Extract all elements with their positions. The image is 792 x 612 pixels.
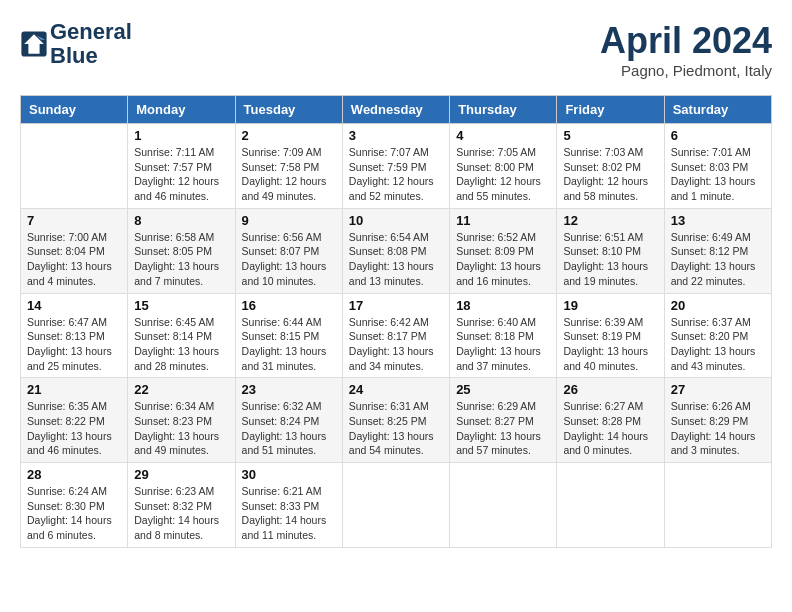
calendar-week-row: 28Sunrise: 6:24 AMSunset: 8:30 PMDayligh…: [21, 463, 772, 548]
day-info: Sunrise: 6:47 AMSunset: 8:13 PMDaylight:…: [27, 315, 121, 374]
day-number: 6: [671, 128, 765, 143]
calendar-day-cell: 20Sunrise: 6:37 AMSunset: 8:20 PMDayligh…: [664, 293, 771, 378]
calendar-day-cell: 25Sunrise: 6:29 AMSunset: 8:27 PMDayligh…: [450, 378, 557, 463]
calendar-day-cell: 14Sunrise: 6:47 AMSunset: 8:13 PMDayligh…: [21, 293, 128, 378]
day-number: 2: [242, 128, 336, 143]
day-info: Sunrise: 6:27 AMSunset: 8:28 PMDaylight:…: [563, 399, 657, 458]
day-info: Sunrise: 6:24 AMSunset: 8:30 PMDaylight:…: [27, 484, 121, 543]
day-info: Sunrise: 7:07 AMSunset: 7:59 PMDaylight:…: [349, 145, 443, 204]
day-info: Sunrise: 6:21 AMSunset: 8:33 PMDaylight:…: [242, 484, 336, 543]
calendar-day-cell: 18Sunrise: 6:40 AMSunset: 8:18 PMDayligh…: [450, 293, 557, 378]
calendar-day-cell: [557, 463, 664, 548]
day-info: Sunrise: 7:00 AMSunset: 8:04 PMDaylight:…: [27, 230, 121, 289]
day-number: 27: [671, 382, 765, 397]
calendar-day-cell: 28Sunrise: 6:24 AMSunset: 8:30 PMDayligh…: [21, 463, 128, 548]
day-number: 5: [563, 128, 657, 143]
calendar-day-cell: 30Sunrise: 6:21 AMSunset: 8:33 PMDayligh…: [235, 463, 342, 548]
calendar-day-cell: 13Sunrise: 6:49 AMSunset: 8:12 PMDayligh…: [664, 208, 771, 293]
day-info: Sunrise: 6:37 AMSunset: 8:20 PMDaylight:…: [671, 315, 765, 374]
day-number: 15: [134, 298, 228, 313]
weekday-header-cell: Thursday: [450, 96, 557, 124]
day-number: 1: [134, 128, 228, 143]
calendar-day-cell: 23Sunrise: 6:32 AMSunset: 8:24 PMDayligh…: [235, 378, 342, 463]
day-number: 29: [134, 467, 228, 482]
calendar-day-cell: 9Sunrise: 6:56 AMSunset: 8:07 PMDaylight…: [235, 208, 342, 293]
day-info: Sunrise: 6:58 AMSunset: 8:05 PMDaylight:…: [134, 230, 228, 289]
calendar-week-row: 14Sunrise: 6:47 AMSunset: 8:13 PMDayligh…: [21, 293, 772, 378]
calendar-day-cell: 29Sunrise: 6:23 AMSunset: 8:32 PMDayligh…: [128, 463, 235, 548]
day-number: 3: [349, 128, 443, 143]
day-number: 20: [671, 298, 765, 313]
day-number: 28: [27, 467, 121, 482]
day-info: Sunrise: 6:44 AMSunset: 8:15 PMDaylight:…: [242, 315, 336, 374]
calendar-day-cell: 24Sunrise: 6:31 AMSunset: 8:25 PMDayligh…: [342, 378, 449, 463]
calendar-day-cell: 1Sunrise: 7:11 AMSunset: 7:57 PMDaylight…: [128, 124, 235, 209]
day-number: 11: [456, 213, 550, 228]
page-header: General Blue April 2024 Pagno, Piedmont,…: [20, 20, 772, 79]
logo: General Blue: [20, 20, 132, 68]
day-info: Sunrise: 7:11 AMSunset: 7:57 PMDaylight:…: [134, 145, 228, 204]
weekday-header-cell: Sunday: [21, 96, 128, 124]
day-number: 24: [349, 382, 443, 397]
logo-icon: [20, 30, 48, 58]
day-info: Sunrise: 6:51 AMSunset: 8:10 PMDaylight:…: [563, 230, 657, 289]
calendar-day-cell: 11Sunrise: 6:52 AMSunset: 8:09 PMDayligh…: [450, 208, 557, 293]
day-number: 19: [563, 298, 657, 313]
calendar-table: SundayMondayTuesdayWednesdayThursdayFrid…: [20, 95, 772, 548]
day-number: 18: [456, 298, 550, 313]
day-number: 13: [671, 213, 765, 228]
day-number: 21: [27, 382, 121, 397]
day-number: 25: [456, 382, 550, 397]
calendar-day-cell: 27Sunrise: 6:26 AMSunset: 8:29 PMDayligh…: [664, 378, 771, 463]
calendar-day-cell: 26Sunrise: 6:27 AMSunset: 8:28 PMDayligh…: [557, 378, 664, 463]
day-number: 7: [27, 213, 121, 228]
day-number: 30: [242, 467, 336, 482]
calendar-week-row: 21Sunrise: 6:35 AMSunset: 8:22 PMDayligh…: [21, 378, 772, 463]
day-number: 10: [349, 213, 443, 228]
calendar-day-cell: 19Sunrise: 6:39 AMSunset: 8:19 PMDayligh…: [557, 293, 664, 378]
day-info: Sunrise: 6:42 AMSunset: 8:17 PMDaylight:…: [349, 315, 443, 374]
day-info: Sunrise: 6:49 AMSunset: 8:12 PMDaylight:…: [671, 230, 765, 289]
day-number: 12: [563, 213, 657, 228]
calendar-week-row: 1Sunrise: 7:11 AMSunset: 7:57 PMDaylight…: [21, 124, 772, 209]
day-number: 17: [349, 298, 443, 313]
calendar-day-cell: 7Sunrise: 7:00 AMSunset: 8:04 PMDaylight…: [21, 208, 128, 293]
calendar-day-cell: 8Sunrise: 6:58 AMSunset: 8:05 PMDaylight…: [128, 208, 235, 293]
day-info: Sunrise: 6:26 AMSunset: 8:29 PMDaylight:…: [671, 399, 765, 458]
day-info: Sunrise: 6:31 AMSunset: 8:25 PMDaylight:…: [349, 399, 443, 458]
day-number: 4: [456, 128, 550, 143]
day-number: 23: [242, 382, 336, 397]
calendar-day-cell: [21, 124, 128, 209]
location: Pagno, Piedmont, Italy: [600, 62, 772, 79]
day-info: Sunrise: 6:56 AMSunset: 8:07 PMDaylight:…: [242, 230, 336, 289]
weekday-header-cell: Wednesday: [342, 96, 449, 124]
calendar-day-cell: 5Sunrise: 7:03 AMSunset: 8:02 PMDaylight…: [557, 124, 664, 209]
calendar-day-cell: 21Sunrise: 6:35 AMSunset: 8:22 PMDayligh…: [21, 378, 128, 463]
calendar-day-cell: [450, 463, 557, 548]
day-info: Sunrise: 6:35 AMSunset: 8:22 PMDaylight:…: [27, 399, 121, 458]
calendar-day-cell: [664, 463, 771, 548]
day-info: Sunrise: 6:34 AMSunset: 8:23 PMDaylight:…: [134, 399, 228, 458]
day-info: Sunrise: 6:23 AMSunset: 8:32 PMDaylight:…: [134, 484, 228, 543]
day-number: 22: [134, 382, 228, 397]
day-info: Sunrise: 6:39 AMSunset: 8:19 PMDaylight:…: [563, 315, 657, 374]
day-number: 8: [134, 213, 228, 228]
calendar-day-cell: 2Sunrise: 7:09 AMSunset: 7:58 PMDaylight…: [235, 124, 342, 209]
day-info: Sunrise: 6:52 AMSunset: 8:09 PMDaylight:…: [456, 230, 550, 289]
calendar-day-cell: 10Sunrise: 6:54 AMSunset: 8:08 PMDayligh…: [342, 208, 449, 293]
month-title: April 2024: [600, 20, 772, 62]
day-info: Sunrise: 6:29 AMSunset: 8:27 PMDaylight:…: [456, 399, 550, 458]
logo-text: General Blue: [50, 20, 132, 68]
weekday-header-row: SundayMondayTuesdayWednesdayThursdayFrid…: [21, 96, 772, 124]
weekday-header-cell: Saturday: [664, 96, 771, 124]
calendar-day-cell: 22Sunrise: 6:34 AMSunset: 8:23 PMDayligh…: [128, 378, 235, 463]
day-info: Sunrise: 7:01 AMSunset: 8:03 PMDaylight:…: [671, 145, 765, 204]
day-info: Sunrise: 6:32 AMSunset: 8:24 PMDaylight:…: [242, 399, 336, 458]
calendar-day-cell: [342, 463, 449, 548]
day-info: Sunrise: 6:45 AMSunset: 8:14 PMDaylight:…: [134, 315, 228, 374]
day-info: Sunrise: 6:54 AMSunset: 8:08 PMDaylight:…: [349, 230, 443, 289]
calendar-day-cell: 3Sunrise: 7:07 AMSunset: 7:59 PMDaylight…: [342, 124, 449, 209]
calendar-day-cell: 16Sunrise: 6:44 AMSunset: 8:15 PMDayligh…: [235, 293, 342, 378]
day-info: Sunrise: 7:03 AMSunset: 8:02 PMDaylight:…: [563, 145, 657, 204]
weekday-header-cell: Monday: [128, 96, 235, 124]
